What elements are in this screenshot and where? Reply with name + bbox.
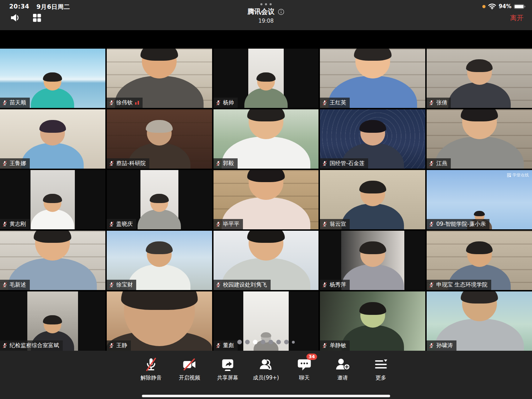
participant-name-label: 盖晓庆 [107,219,137,229]
toolbar-share-screen-button[interactable]: 共享屏幕 [214,356,242,381]
video-tile-9[interactable]: 国经管-石金莲 [320,109,425,169]
video-tile-18[interactable]: 校园建设处刘隽飞 [214,231,319,290]
muted-mic-icon [109,160,115,166]
toolbar-members-label: 成员(99+) [253,375,279,381]
muted-mic-icon [428,160,434,166]
info-icon[interactable] [278,9,284,15]
muted-mic-icon [322,282,328,288]
video-tile-7[interactable]: 蔡喆-科研院 [107,109,212,169]
bottom-bar: 解除静音开启视频共享屏幕成员(99+)34聊天邀请更多 [0,351,532,399]
person-silhouette [31,194,74,229]
person-silhouette [138,194,181,229]
participant-name: 校园建设处刘隽飞 [223,281,267,289]
toolbar-chat-button[interactable]: 34聊天 [290,356,318,381]
participant-name-label: 江燕 [427,158,451,169]
page-dot-8[interactable] [292,341,295,344]
muted-mic-icon [215,100,221,106]
toolbar-unmute-label: 解除静音 [140,375,162,381]
participant-name-label: 王鲁娜 [0,158,30,169]
participant-name-label: 毛新述 [0,280,30,290]
muted-mic-icon [109,282,115,288]
video-tile-3[interactable]: 杨帅 [214,49,319,108]
more-icon [372,356,389,373]
participant-name-label: 翁云宣 [320,219,350,229]
leave-button[interactable]: 离开 [510,13,523,23]
participant-name-label: 苗天顺 [0,98,30,108]
participant-name: 蔡喆-科研院 [116,160,146,167]
page-dot-7[interactable] [284,340,289,344]
battery-icon [514,4,524,9]
wifi-icon [488,3,496,10]
chat-icon: 34 [296,356,313,373]
toolbar-start-video-button[interactable]: 开启视频 [176,356,203,381]
page-dot-2[interactable] [245,340,250,344]
video-tile-10[interactable]: 江燕 [427,109,532,169]
toolbar-members-button[interactable]: 成员(99+) [252,356,280,381]
members-icon [257,356,275,373]
statusbar-center: 腾讯会议 19:08 [0,0,532,24]
toolbar-more-button[interactable]: 更多 [367,356,395,381]
page-dot-3[interactable] [253,340,257,344]
participant-name-label: 王红英 [320,98,350,108]
video-grid: 苗天顺 徐伟钦 [0,49,532,351]
battery-percent-text: 94% [499,3,511,10]
video-tile-2[interactable]: 徐伟钦 [107,49,212,108]
participant-name-label: 徐宝财 [107,280,137,290]
video-tile-5[interactable]: 张倩 [427,49,532,108]
video-tile-15[interactable]: 学堂在线 09-智能学院-廉小亲 [427,170,532,229]
person-silhouette [128,242,190,290]
video-tile-11[interactable]: 黄志刚 [0,170,105,229]
participant-name: 黄志刚 [10,220,26,228]
xuetangx-watermark: 学堂在线 [507,173,529,178]
meeting-title: 腾讯会议 [248,7,275,16]
camera-off-icon [181,356,198,373]
muted-mic-icon [428,221,434,227]
muted-mic-icon [2,221,8,227]
participant-name: 徐宝财 [116,281,133,289]
video-tile-6[interactable]: 王鲁娜 [0,109,105,169]
statusbar-right: 94% [482,3,524,10]
toolbar-invite-label: 邀请 [337,375,348,381]
muted-mic-icon [2,282,8,288]
page-dot-6[interactable] [276,340,281,344]
toolbar-share-screen-label: 共享屏幕 [217,375,238,381]
video-tile-14[interactable]: 翁云宣 [320,170,425,229]
muted-mic-icon [215,160,221,166]
toolbar-start-video-label: 开启视频 [179,375,200,381]
participant-name-label: 徐伟钦 [107,98,143,108]
video-tile-8[interactable]: 郭毅 [214,109,319,169]
page-dot-4[interactable] [261,340,265,344]
tencent-meeting-screen: 20:34 9月6日周二 腾讯会议 [0,0,532,399]
participant-name-label: 郭毅 [214,158,238,169]
video-tile-4[interactable]: 王红英 [320,49,425,108]
video-tile-20[interactable]: 申现宝 生态环境学院 [427,231,532,290]
participant-name: 苗天顺 [10,99,26,106]
participant-name-label: 蔡喆-科研院 [107,158,149,169]
participant-name: 杨帅 [223,99,234,106]
participant-name-label: 申现宝 生态环境学院 [427,280,491,290]
video-tile-17[interactable]: 徐宝财 [107,231,212,290]
video-tile-1[interactable]: 苗天顺 [0,49,105,108]
video-tile-16[interactable]: 毛新述 [0,231,105,290]
video-tile-12[interactable]: 盖晓庆 [107,170,212,229]
participant-video [341,231,404,290]
mic-in-use-dot [482,5,486,8]
page-dot-5[interactable] [268,340,273,344]
home-indicator[interactable] [142,395,390,397]
video-tile-19[interactable]: 杨秀萍 [320,231,425,290]
video-tile-13[interactable]: 毕平平 [214,170,319,229]
person-silhouette [21,121,84,169]
muted-mic-icon [215,221,221,227]
page-dot-1[interactable] [237,340,242,344]
participant-name-label: 张倩 [427,98,451,108]
participant-video [31,170,75,229]
participant-name: 王红英 [329,99,346,106]
toolbar-chat-label: 聊天 [299,375,310,381]
multitask-dots-icon [0,3,532,5]
toolbar-unmute-button[interactable]: 解除静音 [137,356,165,381]
participant-name: 王鲁娜 [10,160,26,167]
toolbar-invite-button[interactable]: 邀请 [329,356,356,381]
person-silhouette [342,242,404,290]
status-bar: 20:34 9月6日周二 腾讯会议 [0,0,532,30]
participant-name: 杨秀萍 [329,281,346,289]
